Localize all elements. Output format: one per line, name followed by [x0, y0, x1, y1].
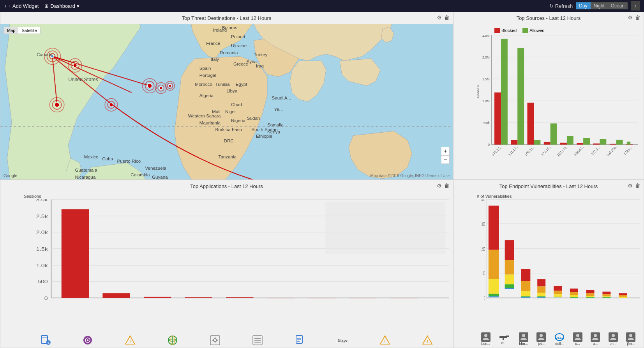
svg-text:2.0M: 2.0M — [482, 55, 490, 59]
apps-settings-button[interactable]: ⚙ — [437, 183, 442, 189]
vuln-y-label: # of Vulnerabilities — [477, 194, 640, 199]
ocean-button[interactable]: Ocean — [608, 2, 628, 9]
apps-panel-title: Top Applications - Last 12 Hours — [0, 180, 453, 191]
svg-text:Romania: Romania — [220, 50, 238, 55]
warn2-icon: ! — [379, 335, 390, 346]
vuln-bar-chart: 400 300 200 100 0 — [477, 199, 640, 313]
map-settings-button[interactable]: ⚙ — [437, 14, 442, 21]
sources-chart-wrapper: 2.5M 2.0M 1.5M 1.0M 500k 0 Sessions — [477, 35, 638, 163]
map-delete-button[interactable]: 🗑 — [444, 14, 450, 21]
svg-text:0: 0 — [44, 296, 48, 301]
sources-panel: Top Sources - Last 12 Hours ⚙ 🗑 Blocked … — [453, 12, 644, 180]
person-icon-5 — [591, 332, 600, 342]
map-attribution: Map data ©2018 Google, INEGI Terms of Us… — [371, 174, 450, 178]
svg-text:100: 100 — [482, 271, 485, 276]
svg-rect-137 — [62, 209, 89, 298]
grid-icon: ⊞ — [44, 3, 49, 9]
svg-text:1.0M: 1.0M — [482, 99, 490, 103]
svg-text:400: 400 — [482, 199, 485, 202]
svg-rect-143 — [308, 298, 335, 298]
vuln-item-ben: ben... — [481, 332, 490, 346]
svg-rect-193 — [505, 240, 514, 260]
svg-text:2.5M: 2.5M — [482, 35, 490, 37]
gear2-icon — [252, 335, 263, 346]
zoom-in-button[interactable]: + — [441, 147, 450, 155]
svg-point-242 — [594, 334, 597, 337]
zoom-out-button[interactable]: − — [441, 155, 450, 164]
file2-icon — [295, 335, 305, 346]
svg-rect-139 — [144, 297, 171, 298]
app-icon-glype: Glype — [337, 335, 348, 346]
svg-text:300: 300 — [482, 222, 485, 227]
svg-text:Tunisia: Tunisia — [215, 82, 230, 87]
svg-text:Mexico: Mexico — [84, 154, 99, 159]
svg-rect-105 — [577, 143, 583, 145]
svg-text:Belarus: Belarus — [222, 25, 238, 30]
warn3-icon: ! — [422, 335, 433, 346]
person-icon-7 — [626, 332, 635, 342]
svg-point-22 — [55, 103, 59, 107]
svg-text:2.0k: 2.0k — [36, 230, 48, 235]
svg-rect-192 — [489, 297, 499, 298]
svg-rect-104 — [567, 136, 573, 144]
warn1-icon: ! — [125, 335, 136, 346]
apps-bar-chart: 3.0k 2.5k 2.0k 1.5k 1.0k 500 0 — [24, 199, 449, 313]
top-bar: + + Add Widget ⊞ Dashboard ▾ ↻ Refresh D… — [0, 0, 644, 12]
svg-rect-219 — [586, 297, 595, 298]
map-type-satellite-button[interactable]: Satellite — [18, 27, 40, 34]
map-panel-title: Top Threat Destinations - Last 12 Hours — [0, 12, 453, 23]
sources-settings-button[interactable]: ⚙ — [628, 14, 633, 21]
add-widget-button[interactable]: + + Add Widget — [4, 3, 39, 9]
night-button[interactable]: Night — [591, 2, 608, 9]
chevron-down-icon: ▾ — [77, 3, 79, 9]
svg-rect-217 — [586, 293, 595, 296]
svg-rect-215 — [570, 297, 578, 298]
svg-rect-165 — [254, 338, 261, 339]
vuln-delete-button[interactable]: 🗑 — [635, 183, 640, 189]
svg-text:Glype: Glype — [338, 338, 348, 343]
back-button[interactable]: ‹ — [631, 1, 640, 11]
svg-point-229 — [484, 334, 487, 337]
vuln-panel-title: Top Endpoint Vulnerabilities - Last 12 H… — [453, 180, 644, 191]
google-attribution: Google — [4, 173, 17, 178]
allowed-legend-color — [522, 28, 528, 33]
map-type-map-button[interactable]: Map — [4, 27, 18, 34]
svg-text:Niger: Niger — [225, 109, 236, 114]
blocked-legend-item: Blocked — [494, 28, 517, 33]
svg-rect-141 — [226, 297, 253, 298]
apps-chart-inner: Sessions 3.0k 2.5k 2.0k 1.5k 1.0k — [0, 192, 453, 348]
svg-point-16 — [147, 83, 152, 88]
dashboard-button[interactable]: ⊞ Dashboard ▾ — [44, 3, 79, 9]
refresh-button[interactable]: ↻ Refresh — [549, 3, 573, 9]
svg-rect-107 — [593, 144, 600, 145]
apps-delete-button[interactable]: 🗑 — [444, 183, 450, 189]
map-type-buttons: Map Satellite — [4, 27, 41, 34]
sources-delete-button[interactable]: 🗑 — [635, 14, 640, 21]
svg-text:Egypt: Egypt — [236, 82, 247, 87]
vuln-settings-button[interactable]: ⚙ — [628, 183, 633, 189]
svg-text:Turkey: Turkey — [254, 52, 267, 57]
svg-text:172.s...: 172.s... — [623, 145, 633, 156]
svg-text:3.0k: 3.0k — [36, 199, 48, 202]
svg-rect-101 — [544, 142, 550, 145]
allowed-legend-label: Allowed — [529, 28, 545, 33]
file-icon: ✎ — [40, 335, 51, 346]
person-icon-2 — [519, 332, 528, 342]
svg-text:Cuba: Cuba — [102, 156, 113, 161]
day-button[interactable]: Day — [576, 2, 590, 9]
apps-panel: Top Applications - Last 12 Hours ⚙ 🗑 Ses… — [0, 180, 453, 348]
refresh-icon: ↻ — [549, 3, 554, 9]
plus-icon: + — [4, 3, 7, 9]
person-icon-6 — [609, 332, 618, 342]
svg-rect-211 — [554, 297, 562, 297]
app-icon-gear2 — [252, 335, 263, 346]
svg-text:192.166...: 192.166... — [605, 144, 618, 158]
sources-bar-chart: 2.5M 2.0M 1.5M 1.0M 500k 0 Sessions — [477, 35, 638, 163]
svg-rect-210 — [554, 294, 562, 297]
svg-rect-208 — [554, 286, 562, 291]
svg-text:172.16...: 172.16... — [540, 144, 552, 156]
svg-rect-216 — [586, 290, 595, 293]
svg-rect-97 — [511, 140, 517, 145]
svg-text:2.5k: 2.5k — [36, 214, 48, 219]
app-icon-tor — [82, 335, 93, 346]
